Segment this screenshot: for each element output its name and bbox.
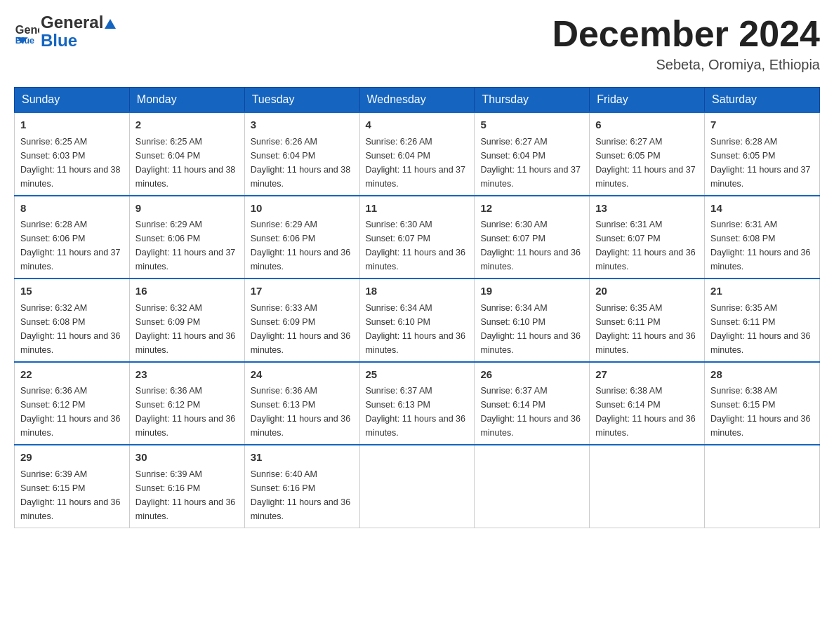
day-number: 14 <box>710 201 814 217</box>
day-info: Sunrise: 6:32 AMSunset: 6:08 PMDaylight:… <box>20 301 124 357</box>
day-number: 18 <box>366 283 469 300</box>
calendar-cell: 24 Sunrise: 6:36 AMSunset: 6:13 PMDaylig… <box>244 362 359 445</box>
day-number: 19 <box>480 283 583 300</box>
day-info: Sunrise: 6:33 AMSunset: 6:09 PMDaylight:… <box>251 301 354 357</box>
day-info: Sunrise: 6:36 AMSunset: 6:12 PMDaylight:… <box>135 384 239 440</box>
day-number: 15 <box>20 283 124 300</box>
day-number: 7 <box>710 117 814 133</box>
calendar-cell: 23 Sunrise: 6:36 AMSunset: 6:12 PMDaylig… <box>129 362 244 445</box>
calendar-cell: 16 Sunrise: 6:32 AMSunset: 6:09 PMDaylig… <box>129 279 244 362</box>
day-number: 11 <box>366 201 469 217</box>
calendar-cell <box>475 445 590 528</box>
calendar-day-header-saturday: Saturday <box>705 88 820 113</box>
logo-general: General <box>41 13 103 32</box>
day-number: 17 <box>251 283 354 300</box>
day-number: 4 <box>366 117 469 133</box>
calendar-cell: 2 Sunrise: 6:25 AMSunset: 6:04 PMDayligh… <box>129 112 244 196</box>
calendar-week-row-5: 29 Sunrise: 6:39 AMSunset: 6:15 PMDaylig… <box>15 445 820 528</box>
day-number: 9 <box>135 201 239 217</box>
calendar-cell: 20 Sunrise: 6:35 AMSunset: 6:11 PMDaylig… <box>590 279 705 362</box>
logo-icon-triangle <box>105 19 116 29</box>
day-number: 12 <box>480 201 583 217</box>
day-info: Sunrise: 6:27 AMSunset: 6:04 PMDaylight:… <box>480 135 583 191</box>
day-info: Sunrise: 6:30 AMSunset: 6:07 PMDaylight:… <box>366 217 469 274</box>
day-info: Sunrise: 6:31 AMSunset: 6:08 PMDaylight:… <box>710 217 814 274</box>
day-number: 23 <box>135 367 239 383</box>
calendar-day-header-tuesday: Tuesday <box>244 88 359 113</box>
day-info: Sunrise: 6:39 AMSunset: 6:15 PMDaylight:… <box>20 467 124 523</box>
calendar-cell: 19 Sunrise: 6:34 AMSunset: 6:10 PMDaylig… <box>475 279 590 362</box>
calendar-day-header-wednesday: Wednesday <box>359 88 475 113</box>
calendar-cell: 28 Sunrise: 6:38 AMSunset: 6:15 PMDaylig… <box>705 362 820 445</box>
calendar-cell: 15 Sunrise: 6:32 AMSunset: 6:08 PMDaylig… <box>15 279 130 362</box>
day-number: 22 <box>20 367 124 383</box>
day-number: 29 <box>20 450 124 466</box>
day-number: 2 <box>135 117 239 133</box>
day-info: Sunrise: 6:40 AMSunset: 6:16 PMDaylight:… <box>251 467 354 523</box>
calendar-cell: 1 Sunrise: 6:25 AMSunset: 6:03 PMDayligh… <box>15 112 130 196</box>
calendar-cell: 27 Sunrise: 6:38 AMSunset: 6:14 PMDaylig… <box>590 362 705 445</box>
day-number: 8 <box>20 201 124 217</box>
calendar-cell: 29 Sunrise: 6:39 AMSunset: 6:15 PMDaylig… <box>15 445 130 528</box>
calendar-cell: 31 Sunrise: 6:40 AMSunset: 6:16 PMDaylig… <box>244 445 359 528</box>
day-number: 13 <box>595 201 699 217</box>
logo-icon: General Blue <box>14 20 39 45</box>
day-number: 16 <box>135 283 239 300</box>
calendar-cell: 5 Sunrise: 6:27 AMSunset: 6:04 PMDayligh… <box>475 112 590 196</box>
calendar-cell: 13 Sunrise: 6:31 AMSunset: 6:07 PMDaylig… <box>590 196 705 279</box>
svg-text:General: General <box>15 23 39 36</box>
day-info: Sunrise: 6:28 AMSunset: 6:06 PMDaylight:… <box>20 217 124 274</box>
calendar-cell: 26 Sunrise: 6:37 AMSunset: 6:14 PMDaylig… <box>475 362 590 445</box>
title-area: December 2024 Sebeta, Oromiya, Ethiopia <box>552 14 820 73</box>
day-info: Sunrise: 6:36 AMSunset: 6:12 PMDaylight:… <box>20 384 124 440</box>
day-info: Sunrise: 6:34 AMSunset: 6:10 PMDaylight:… <box>480 301 583 357</box>
calendar-cell: 25 Sunrise: 6:37 AMSunset: 6:13 PMDaylig… <box>359 362 475 445</box>
day-number: 6 <box>595 117 699 133</box>
calendar-week-row-3: 15 Sunrise: 6:32 AMSunset: 6:08 PMDaylig… <box>15 279 820 362</box>
day-info: Sunrise: 6:26 AMSunset: 6:04 PMDaylight:… <box>366 135 469 191</box>
calendar-cell <box>590 445 705 528</box>
day-number: 24 <box>251 367 354 383</box>
calendar-week-row-1: 1 Sunrise: 6:25 AMSunset: 6:03 PMDayligh… <box>15 112 820 196</box>
day-info: Sunrise: 6:27 AMSunset: 6:05 PMDaylight:… <box>595 135 699 191</box>
day-info: Sunrise: 6:26 AMSunset: 6:04 PMDaylight:… <box>251 135 354 191</box>
day-info: Sunrise: 6:29 AMSunset: 6:06 PMDaylight:… <box>251 217 354 274</box>
calendar-cell: 9 Sunrise: 6:29 AMSunset: 6:06 PMDayligh… <box>129 196 244 279</box>
calendar-cell: 8 Sunrise: 6:28 AMSunset: 6:06 PMDayligh… <box>15 196 130 279</box>
day-number: 21 <box>710 283 814 300</box>
day-info: Sunrise: 6:31 AMSunset: 6:07 PMDaylight:… <box>595 217 699 274</box>
day-number: 1 <box>20 117 124 133</box>
calendar-cell <box>359 445 475 528</box>
day-info: Sunrise: 6:29 AMSunset: 6:06 PMDaylight:… <box>135 217 239 274</box>
calendar-week-row-2: 8 Sunrise: 6:28 AMSunset: 6:06 PMDayligh… <box>15 196 820 279</box>
day-number: 30 <box>135 450 239 466</box>
day-info: Sunrise: 6:34 AMSunset: 6:10 PMDaylight:… <box>366 301 469 357</box>
calendar-day-header-friday: Friday <box>590 88 705 113</box>
day-info: Sunrise: 6:38 AMSunset: 6:15 PMDaylight:… <box>710 384 814 440</box>
day-info: Sunrise: 6:38 AMSunset: 6:14 PMDaylight:… <box>595 384 699 440</box>
page-header: General Blue General Blue December 2024 … <box>14 14 820 73</box>
calendar-cell: 7 Sunrise: 6:28 AMSunset: 6:05 PMDayligh… <box>705 112 820 196</box>
day-info: Sunrise: 6:28 AMSunset: 6:05 PMDaylight:… <box>710 135 814 191</box>
calendar-day-header-sunday: Sunday <box>15 88 130 113</box>
calendar-table: SundayMondayTuesdayWednesdayThursdayFrid… <box>14 87 820 528</box>
logo-blue: Blue <box>41 31 77 50</box>
day-info: Sunrise: 6:35 AMSunset: 6:11 PMDaylight:… <box>710 301 814 357</box>
month-title: December 2024 <box>552 14 820 54</box>
calendar-cell <box>705 445 820 528</box>
logo: General Blue General Blue <box>14 14 117 51</box>
day-info: Sunrise: 6:35 AMSunset: 6:11 PMDaylight:… <box>595 301 699 357</box>
day-info: Sunrise: 6:25 AMSunset: 6:04 PMDaylight:… <box>135 135 239 191</box>
day-info: Sunrise: 6:39 AMSunset: 6:16 PMDaylight:… <box>135 467 239 523</box>
calendar-day-header-monday: Monday <box>129 88 244 113</box>
day-info: Sunrise: 6:25 AMSunset: 6:03 PMDaylight:… <box>20 135 124 191</box>
calendar-cell: 18 Sunrise: 6:34 AMSunset: 6:10 PMDaylig… <box>359 279 475 362</box>
day-number: 20 <box>595 283 699 300</box>
day-number: 3 <box>251 117 354 133</box>
day-info: Sunrise: 6:36 AMSunset: 6:13 PMDaylight:… <box>251 384 354 440</box>
day-number: 26 <box>480 367 583 383</box>
calendar-cell: 4 Sunrise: 6:26 AMSunset: 6:04 PMDayligh… <box>359 112 475 196</box>
calendar-cell: 17 Sunrise: 6:33 AMSunset: 6:09 PMDaylig… <box>244 279 359 362</box>
svg-text:Blue: Blue <box>15 36 34 45</box>
day-info: Sunrise: 6:37 AMSunset: 6:13 PMDaylight:… <box>366 384 469 440</box>
